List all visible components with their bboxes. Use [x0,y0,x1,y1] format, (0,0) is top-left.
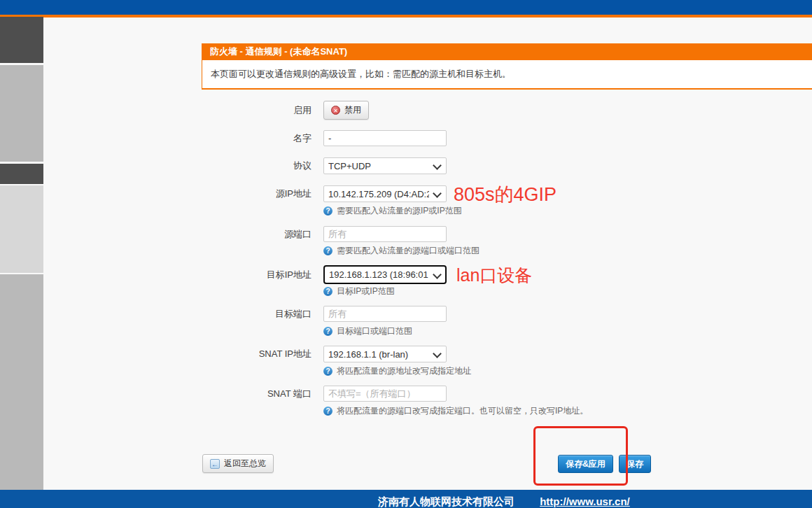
snat-ip-hint-text: 将匹配流量的源地址改写成指定地址 [337,365,471,377]
row-source-port: 源端口 [202,226,447,242]
row-protocol: 协议 TCP+UDP [202,157,447,174]
help-icon: ? [323,407,332,416]
destination-port-input[interactable] [323,306,447,322]
row-snat-port: SNAT 端口 [202,386,447,402]
snat-ip-select-wrap: 192.168.1.1 (br-lan) [323,346,447,362]
footer-url-link[interactable]: http://www.usr.cn/ [540,495,630,507]
source-ip-hint-text: 需要匹配入站流量的源IP或IP范围 [337,205,462,217]
help-icon: ? [323,246,332,255]
back-arrow-icon: ← [210,459,220,469]
disable-button[interactable]: ✕ 禁用 [323,101,369,120]
footer-company: 济南有人物联网技术有限公司 [378,495,514,507]
footer-bar: 济南有人物联网技术有限公司 http://www.usr.cn/ [0,490,812,508]
source-port-hint: ? 需要匹配入站流量的源端口或端口范围 [323,245,479,257]
enable-label: 启用 [202,104,323,117]
back-button-label: 返回至总览 [224,458,266,470]
destination-ip-hint: ? 目标IP或IP范围 [323,285,395,297]
name-input[interactable] [323,130,447,146]
snat-ip-label: SNAT IP地址 [202,348,323,360]
annotation-source-ip: 805s的4GIP [454,182,556,207]
row-name: 名字 [202,130,447,146]
snat-port-input[interactable] [323,386,447,402]
protocol-label: 协议 [202,160,323,172]
protocol-select[interactable]: TCP+UDP [323,157,447,174]
source-ip-select-wrap: 10.142.175.209 (D4:AD:2 [323,185,447,202]
help-icon: ? [323,206,332,216]
sidebar-block-1[interactable] [0,17,43,63]
snat-ip-hint: ? 将匹配流量的源地址改写成指定地址 [323,365,471,377]
destination-port-label: 目标端口 [202,308,323,320]
protocol-select-wrap: TCP+UDP [323,157,447,174]
destination-ip-hint-text: 目标IP或IP范围 [337,285,395,297]
footer-text: 济南有人物联网技术有限公司 http://www.usr.cn/ [378,495,630,508]
snat-port-hint: ? 将匹配流量的源端口改写成指定端口。也可以留空，只改写IP地址。 [323,405,588,417]
sidebar-block-3[interactable] [0,164,43,184]
name-label: 名字 [202,132,323,145]
destination-port-hint: ? 目标端口或端口范围 [323,325,412,337]
destination-ip-select[interactable]: 192.168.1.123 (18:96:01: [323,265,447,284]
save-apply-button[interactable]: 保存&应用 [558,455,613,473]
page-description: 本页面可以更改通信规则的高级设置，比如：需匹配的源主机和目标主机。 [202,60,812,90]
help-icon: ? [323,287,332,296]
destination-ip-select-wrap: 192.168.1.123 (18:96:01: [323,265,447,284]
source-ip-select[interactable]: 10.142.175.209 (D4:AD:2 [323,185,447,202]
source-ip-hint: ? 需要匹配入站流量的源IP或IP范围 [323,205,462,217]
row-destination-port: 目标端口 [202,306,447,322]
help-icon: ? [323,327,332,336]
top-orange-stripe [0,15,812,17]
help-icon: ? [323,367,332,376]
destination-ip-label: 目标IP地址 [202,269,323,281]
snat-port-hint-text: 将匹配流量的源端口改写成指定端口。也可以留空，只改写IP地址。 [337,405,588,417]
save-button[interactable]: 保存 [619,455,651,473]
snat-ip-select[interactable]: 192.168.1.1 (br-lan) [323,346,447,362]
source-ip-label: 源IP地址 [202,188,323,200]
sidebar-block-4[interactable] [0,185,43,273]
source-port-input[interactable] [323,226,447,242]
row-enable: 启用 ✕ 禁用 [202,101,369,120]
source-port-hint-text: 需要匹配入站流量的源端口或端口范围 [337,245,479,257]
sidebar-block-5[interactable] [0,274,43,490]
destination-port-hint-text: 目标端口或端口范围 [337,325,412,337]
disable-red-x-icon: ✕ [331,106,340,115]
top-header-bar [0,0,812,15]
snat-port-label: SNAT 端口 [202,388,323,400]
back-to-overview-button[interactable]: ← 返回至总览 [202,454,274,473]
row-snat-ip: SNAT IP地址 192.168.1.1 (br-lan) [202,346,447,362]
row-destination-ip: 目标IP地址 192.168.1.123 (18:96:01: [202,265,447,284]
annotation-destination-ip: lan口设备 [456,264,532,287]
row-source-ip: 源IP地址 10.142.175.209 (D4:AD:2 [202,185,447,202]
sidebar-block-2[interactable] [0,65,43,162]
router-admin-page: 防火墙 - 通信规则 - (未命名SNAT) 本页面可以更改通信规则的高级设置，… [0,0,812,508]
page-title: 防火墙 - 通信规则 - (未命名SNAT) [202,43,812,60]
disable-button-label: 禁用 [344,104,361,116]
source-port-label: 源端口 [202,228,323,241]
